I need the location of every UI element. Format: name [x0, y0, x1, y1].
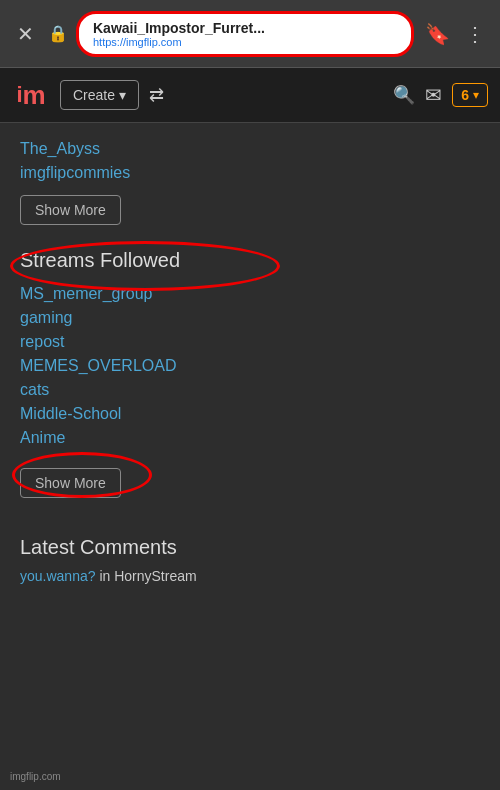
comment-link[interactable]: you.wanna? [20, 568, 96, 584]
notifications-arrow-icon: ▾ [473, 88, 479, 102]
notifications-badge[interactable]: 6 ▾ [452, 83, 488, 107]
streams-followed-title: Streams Followed [20, 249, 280, 272]
comment-suffix: in HornyStream [96, 568, 197, 584]
stream-6[interactable]: Middle-School [20, 402, 480, 426]
stream-7[interactable]: Anime [20, 426, 480, 450]
notifications-count: 6 [461, 87, 469, 103]
create-label: Create [73, 87, 115, 103]
browser-close-button[interactable]: ✕ [10, 22, 40, 46]
followed-user-1[interactable]: The_Abyss [20, 137, 480, 161]
browser-menu-icon[interactable]: ⋮ [460, 22, 490, 46]
latest-comment-item: you.wanna? in HornyStream [20, 567, 480, 585]
show-more-users-button[interactable]: Show More [20, 195, 121, 225]
footer-text: imgflip.com [10, 771, 61, 782]
app-header: im Create ▾ ⇄ 🔍 ✉ 6 ▾ [0, 68, 500, 123]
show-more-streams-button[interactable]: Show More [20, 468, 121, 498]
lock-icon: 🔒 [48, 24, 68, 43]
shuffle-icon[interactable]: ⇄ [149, 84, 164, 106]
streams-followed-section: Streams Followed [20, 249, 280, 272]
show-more-streams-container: Show More [20, 458, 121, 508]
search-icon[interactable]: 🔍 [393, 84, 415, 106]
stream-3[interactable]: repost [20, 330, 480, 354]
stream-4[interactable]: MEMES_OVERLOAD [20, 354, 480, 378]
stream-1[interactable]: MS_memer_group [20, 282, 480, 306]
browser-url-title: Kawaii_Impostor_Furret... [93, 20, 397, 36]
browser-url-sub: https://imgflip.com [93, 36, 397, 48]
mail-icon[interactable]: ✉ [425, 83, 442, 107]
stream-5[interactable]: cats [20, 378, 480, 402]
followed-user-2[interactable]: imgflipcommies [20, 161, 480, 185]
create-button[interactable]: Create ▾ [60, 80, 139, 110]
latest-comments-title: Latest Comments [20, 536, 480, 559]
create-arrow-icon: ▾ [119, 87, 126, 103]
browser-url-bar[interactable]: Kawaii_Impostor_Furret... https://imgfli… [76, 11, 414, 57]
logo-m: m [23, 80, 46, 111]
bookmark-icon[interactable]: 🔖 [422, 22, 452, 46]
app-logo[interactable]: im [12, 76, 50, 114]
stream-2[interactable]: gaming [20, 306, 480, 330]
browser-bar: ✕ 🔒 Kawaii_Impostor_Furret... https://im… [0, 0, 500, 68]
main-content: The_Abyss imgflipcommies Show More Strea… [0, 123, 500, 599]
